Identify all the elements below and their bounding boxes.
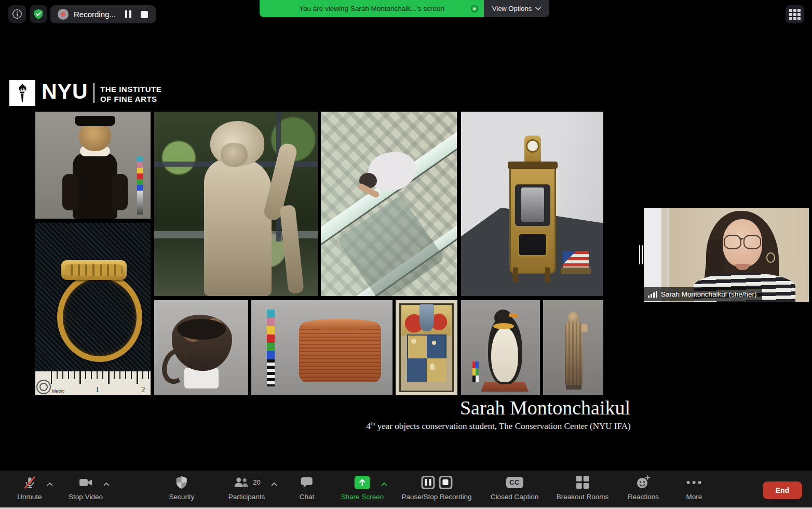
gallery-view-button[interactable] — [786, 5, 804, 23]
stop-recording-button[interactable] — [141, 11, 148, 18]
closed-caption-button[interactable]: CC Closed Caption — [491, 475, 538, 501]
pause-stop-recording-button[interactable]: Pause/Stop Recording — [401, 475, 471, 501]
encryption-status-button[interactable] — [30, 5, 47, 23]
participants-count: 20 — [253, 478, 260, 486]
stop-recording-icon[interactable] — [439, 476, 452, 489]
view-options-label: View Options — [492, 5, 532, 12]
cc-icon: CC — [506, 477, 523, 488]
slide-title: Sarah Montonchaikul — [436, 396, 654, 419]
chevron-down-icon — [535, 7, 541, 10]
thumbnail-drag-handle[interactable] — [639, 245, 643, 264]
verified-shield-icon — [33, 8, 44, 20]
unmute-options-chevron[interactable] — [47, 482, 53, 487]
security-button[interactable]: Security — [169, 475, 195, 501]
viewing-screen-banner: You are viewing Sarah Montonchaik...'s s… — [260, 0, 484, 17]
reactions-button[interactable]: Reactions — [628, 475, 659, 501]
viewing-screen-banner-text: You are viewing Sarah Montonchaik...'s s… — [299, 5, 444, 12]
torch-icon — [15, 83, 30, 103]
security-shield-icon — [175, 476, 188, 489]
participant-name: Sarah Montonchaikul (she/her) — [661, 290, 757, 298]
more-button[interactable]: More — [686, 475, 702, 501]
recording-dot-icon — [58, 9, 69, 20]
share-screen-button[interactable]: Share Screen — [341, 475, 384, 501]
pause-recording-icon[interactable] — [421, 476, 435, 489]
tapestry-photo — [396, 300, 457, 395]
video-options-chevron[interactable] — [103, 482, 110, 487]
share-options-chevron[interactable] — [381, 482, 388, 487]
more-ellipsis-icon — [687, 481, 701, 484]
participants-icon — [233, 476, 249, 489]
share-screen-icon — [355, 476, 370, 489]
connection-signal-icon — [648, 291, 657, 298]
nyu-torch-logo — [9, 80, 35, 106]
bust-photo — [35, 112, 151, 219]
zoom-meeting-window: Recording... You are viewing Sarah Monto… — [0, 0, 812, 509]
video-camera-icon — [78, 476, 93, 489]
end-meeting-button[interactable]: End — [763, 481, 802, 499]
unmute-button[interactable]: Unmute — [17, 475, 42, 501]
muted-microphone-icon — [23, 476, 36, 489]
penguin-photo — [461, 300, 540, 395]
throne-photo — [461, 112, 603, 296]
statue-photo — [154, 112, 318, 296]
reactions-smiley-icon — [636, 475, 651, 489]
metric-ruler: Metric 1 2 — [35, 371, 151, 395]
participants-button[interactable]: 20 Participants — [228, 475, 265, 501]
participants-options-chevron[interactable] — [271, 482, 278, 487]
chat-bubble-icon — [300, 476, 314, 489]
chat-button[interactable]: Chat — [300, 475, 315, 501]
participant-name-tag: Sarah Montonchaikul (she/her) — [644, 287, 762, 301]
pause-recording-button[interactable] — [125, 10, 131, 18]
participant-video-thumbnail[interactable]: Sarah Montonchaikul (she/her) — [644, 208, 809, 302]
live-share-indicator-icon — [470, 5, 479, 13]
meeting-info-button[interactable] — [8, 5, 26, 23]
end-label: End — [776, 486, 789, 494]
pottery-photo — [154, 300, 248, 395]
mosaic-photo — [321, 112, 457, 296]
view-options-button[interactable]: View Options — [484, 0, 549, 17]
figure-photo — [543, 300, 603, 395]
recording-indicator: Recording... — [50, 5, 156, 23]
recording-label: Recording... — [74, 10, 116, 19]
info-icon — [12, 9, 22, 19]
gallery-grid-icon — [789, 9, 801, 20]
breakout-rooms-button[interactable]: Breakout Rooms — [557, 475, 609, 501]
breakout-rooms-icon — [576, 476, 589, 489]
slide-subtitle: 4th year objects conservation student, T… — [332, 420, 665, 432]
basket-photo — [251, 300, 393, 395]
ring-photo: Metric 1 2 — [35, 223, 151, 395]
nyu-wordmark: NYU — [42, 79, 88, 104]
logo-divider — [93, 83, 94, 103]
institute-name: THE INSTITUTE OF FINE ARTS — [100, 84, 161, 104]
stop-video-button[interactable]: Stop Video — [69, 475, 103, 501]
